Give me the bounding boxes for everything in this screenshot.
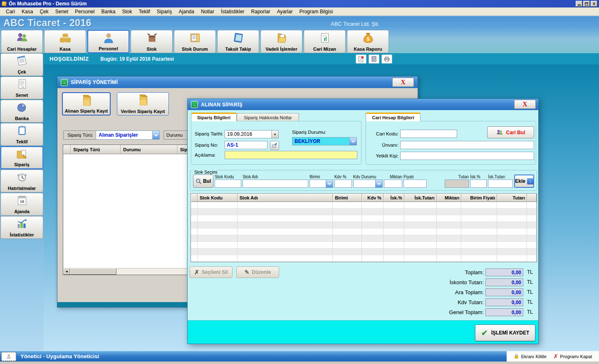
verilen-siparis-kayit-button[interactable]: Verilen Sipariş Kayıt xyxy=(117,92,169,116)
sidebar-item-istatistikler[interactable]: İstatistikler xyxy=(0,216,43,239)
duzenle-button[interactable]: ✎ Düzenle xyxy=(236,266,279,278)
toolbar-cari-hesaplar[interactable]: Cari Hesaplar xyxy=(1,30,43,53)
grid-col-birimi[interactable]: Birimi xyxy=(333,194,362,202)
scroll-left-icon[interactable]: ◄ xyxy=(63,268,70,275)
yetkili-kisi-input[interactable] xyxy=(400,152,534,160)
siparis-yonetimi-titlebar[interactable]: → SİPARİŞ YÖNETİMİ X xyxy=(57,76,418,88)
siparis-no-input[interactable] xyxy=(225,141,267,149)
siparis-tarihi-datepicker[interactable]: 19.09.2016 ▼ xyxy=(225,130,279,138)
grid-row[interactable] xyxy=(191,248,537,255)
siparis-yonetimi-close-button[interactable]: X xyxy=(392,78,414,87)
grid-row[interactable] xyxy=(191,255,537,262)
sidebar-item-banka[interactable]: Banka xyxy=(0,100,43,123)
siparis-turu-combobox[interactable]: Alınan Siparişler xyxy=(96,130,160,140)
toolbar-kasa[interactable]: Kasa xyxy=(44,30,86,53)
tab-siparis-notlar[interactable]: Sipariş Hakkında Notlar xyxy=(237,113,299,121)
minimize-button[interactable] xyxy=(576,1,582,7)
stok-adi-input[interactable] xyxy=(243,180,308,188)
secileni-sil-button[interactable]: ✗ Seçileni Sil xyxy=(190,266,233,278)
kdv-input[interactable] xyxy=(334,180,352,188)
grid-row[interactable] xyxy=(191,222,537,229)
grid-col-birim-fiyati[interactable]: Birim Fiyatı xyxy=(461,194,497,202)
aciklama-input[interactable] xyxy=(225,151,357,159)
sidebar-item-ajanda[interactable]: 16 Ajanda xyxy=(0,193,43,216)
menu-personel[interactable]: Personel xyxy=(72,8,98,15)
menu-ayarlar[interactable]: Ayarlar xyxy=(274,8,296,15)
toolbar-personel[interactable]: Personel xyxy=(87,30,129,53)
ekle-button[interactable]: Ekle ↓ xyxy=(514,175,534,188)
sidebar-item-cek[interactable]: Çek xyxy=(0,53,43,76)
grid-row[interactable] xyxy=(191,242,537,248)
grid-col-isk-tutari[interactable]: İsk.Tutarı xyxy=(404,194,437,202)
orders-col-siparis-turu[interactable]: Sipariş Türü xyxy=(71,145,121,154)
grid-col-stok-adi[interactable]: Stok Adı xyxy=(238,194,333,202)
fiyati-input[interactable] xyxy=(403,180,427,188)
calculator-button[interactable] xyxy=(369,54,379,64)
menu-banka[interactable]: Banka xyxy=(98,8,119,15)
toolbar-stok-durum[interactable]: Stok Durum xyxy=(174,30,216,53)
printer-button[interactable] xyxy=(381,54,392,64)
orders-col-durumu[interactable]: Durumu xyxy=(121,145,178,154)
menu-cari[interactable]: Cari xyxy=(2,8,18,15)
chevron-down-icon[interactable] xyxy=(375,180,382,187)
menu-cek[interactable]: Çek xyxy=(36,8,52,15)
sidebar-item-teklif[interactable]: Teklif xyxy=(0,123,43,146)
siparis-no-attach-button[interactable] xyxy=(270,141,279,150)
stok-bul-button[interactable]: Bul xyxy=(193,175,213,188)
islemi-kaydet-button[interactable]: ✔ İŞLEMİ KAYDET xyxy=(475,325,535,341)
toolbar-vadeli-islemler[interactable]: Vadeli İşlemler xyxy=(260,30,302,53)
tab-siparis-bilgileri[interactable]: Sipariş Bilgileri xyxy=(191,113,237,121)
sidebar-item-senet[interactable]: Senet xyxy=(0,76,43,99)
menu-program-bilgisi[interactable]: Program Bilgisi xyxy=(296,8,336,15)
menu-ajanda[interactable]: Ajanda xyxy=(176,8,198,15)
grid-row[interactable] xyxy=(191,229,537,235)
cari-kodu-input[interactable] xyxy=(400,130,457,138)
menu-senet[interactable]: Senet xyxy=(52,8,72,15)
restore-button[interactable] xyxy=(583,1,590,7)
grid-row[interactable] xyxy=(191,215,537,222)
grid-col-miktari[interactable]: Miktarı xyxy=(437,194,462,202)
grid-col-tutari[interactable]: Tutarı xyxy=(497,194,527,202)
toolbar-cari-mizan[interactable]: Cari Mizan xyxy=(304,30,346,53)
grid-col-stok-kodu[interactable]: Stok Kodu xyxy=(198,194,238,202)
unvani-input[interactable] xyxy=(400,141,534,149)
scrollbar-thumb[interactable] xyxy=(70,268,116,275)
cari-bul-button[interactable]: Cari Bul xyxy=(487,126,534,138)
chevron-down-icon[interactable] xyxy=(152,131,159,139)
isk-input[interactable] xyxy=(470,180,487,188)
grid-col-kdv[interactable]: Kdv % xyxy=(362,194,384,202)
menu-teklif[interactable]: Teklif xyxy=(136,8,153,15)
chevron-down-icon[interactable] xyxy=(349,138,356,145)
miktari-input[interactable] xyxy=(384,180,402,188)
grid-row[interactable] xyxy=(191,202,537,209)
alinan-siparis-close-button[interactable]: X xyxy=(514,100,536,109)
grid-row[interactable] xyxy=(191,209,537,215)
grid-row[interactable] xyxy=(191,235,537,242)
notes-button[interactable] xyxy=(356,54,366,64)
chevron-down-icon[interactable]: ▼ xyxy=(271,130,278,138)
alinan-siparis-titlebar[interactable]: → ALINAN SİPARİŞ X xyxy=(188,99,538,110)
programi-kapat-button[interactable]: ✗ Programı Kapat xyxy=(553,353,592,359)
sidebar-item-hatirlatmalar[interactable]: Hatırlatmalar xyxy=(0,170,43,192)
kdv-durumu-combobox[interactable] xyxy=(353,180,383,188)
close-window-button[interactable]: X xyxy=(591,1,597,7)
user-avatar[interactable] xyxy=(1,352,16,361)
alinan-siparis-kayit-button[interactable]: Alınan Sipariş Kayıt xyxy=(62,92,111,116)
isk-tutari-input[interactable] xyxy=(488,180,513,188)
menu-istatistikler[interactable]: İstatistikler xyxy=(218,8,248,15)
toolbar-taksit-takip[interactable]: Taksit Takip xyxy=(217,30,259,53)
menu-siparis[interactable]: Sipariş xyxy=(153,8,176,15)
ekrani-kilitle-button[interactable]: Ekranı Kilitle xyxy=(514,354,547,359)
stok-kodu-input[interactable] xyxy=(215,180,241,188)
tab-cari-hesap-bilgileri[interactable]: Cari Hesap Bilgileri xyxy=(366,113,421,121)
siparis-durumu-combobox[interactable]: BEKLİYOR xyxy=(292,137,357,145)
menu-stok[interactable]: Stok xyxy=(119,8,135,15)
toolbar-kasa-raporu[interactable]: $ Kasa Raporu xyxy=(347,30,389,53)
birimi-combobox[interactable] xyxy=(309,180,333,188)
grid-col-isk[interactable]: İsk.% xyxy=(384,194,404,202)
menu-kasa[interactable]: Kasa xyxy=(18,8,36,15)
chevron-down-icon[interactable] xyxy=(326,180,333,187)
sidebar-item-siparis[interactable]: Sipariş xyxy=(0,146,43,169)
menu-notlar[interactable]: Notlar xyxy=(198,8,218,15)
menu-raporlar[interactable]: Raporlar xyxy=(248,8,274,15)
